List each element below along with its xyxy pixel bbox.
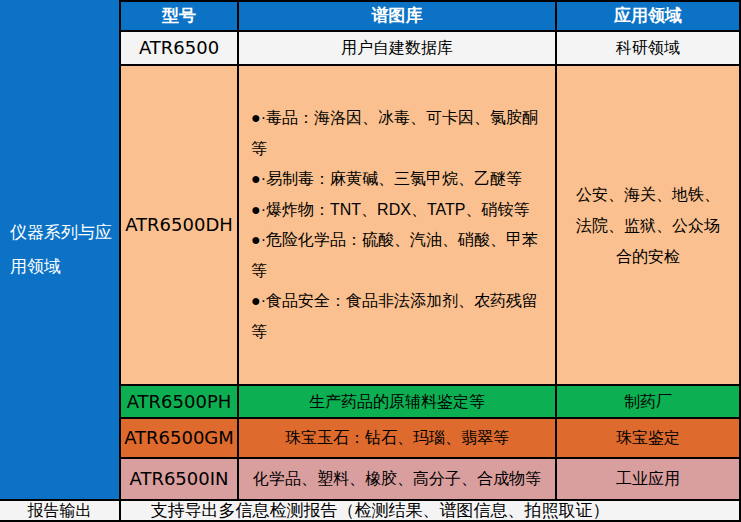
bullet-food-safety: ●·食品安全：食品非法添加剂、农药残留等 [251,286,543,347]
bullet-precursors: ●·易制毒：麻黄碱、三氯甲烷、乙醚等 [251,164,543,195]
report-output-label: 报告输出 [0,501,119,520]
column-header-model: 型号 [121,0,237,30]
sidebar-series-label: 仪器系列与应用领域 [0,0,119,499]
model-cell-atr6500dh: ATR6500DH [121,66,237,384]
library-cell-atr6500dh: ●·毒品：海洛因、冰毒、可卡因、氯胺酮等 ●·易制毒：麻黄碱、三氯甲烷、乙醚等 … [239,66,555,384]
library-cell-atr6500: 用户自建数据库 [239,32,555,64]
model-cell-atr6500gm: ATR6500GM [121,419,237,457]
bullet-hazardous-chemicals: ●·危险化学品：硫酸、汽油、硝酸、甲苯等 [251,225,543,286]
model-cell-atr6500ph: ATR6500PH [121,386,237,417]
library-cell-atr6500ph: 生产药品的原辅料鉴定等 [239,386,555,417]
application-cell-atr6500gm: 珠宝鉴定 [557,419,741,457]
bullet-explosives: ●·爆炸物：TNT、RDX、TATP、硝铵等 [251,195,543,226]
product-series-table: 仪器系列与应用领域 型号 谱图库 应用领域 ATR6500 用户自建数据库 科研… [0,0,741,522]
model-cell-atr6500in: ATR6500IN [121,459,237,499]
application-cell-atr6500ph: 制药厂 [557,386,741,417]
report-export-description: 支持导出多信息检测报告（检测结果、谱图信息、拍照取证） [121,501,741,520]
application-cell-atr6500dh: 公安、海关、地铁、法院、监狱、公众场合的安检 [557,66,741,384]
model-cell-atr6500: ATR6500 [121,32,237,64]
library-cell-atr6500in: 化学品、塑料、橡胶、高分子、合成物等 [239,459,555,499]
column-header-application: 应用领域 [557,0,741,30]
column-header-library: 谱图库 [239,0,555,30]
application-cell-atr6500: 科研领域 [557,32,741,64]
library-cell-atr6500gm: 珠宝玉石：钻石、玛瑙、翡翠等 [239,419,555,457]
bullet-drugs: ●·毒品：海洛因、冰毒、可卡因、氯胺酮等 [251,103,543,164]
application-cell-atr6500in: 工业应用 [557,459,741,499]
